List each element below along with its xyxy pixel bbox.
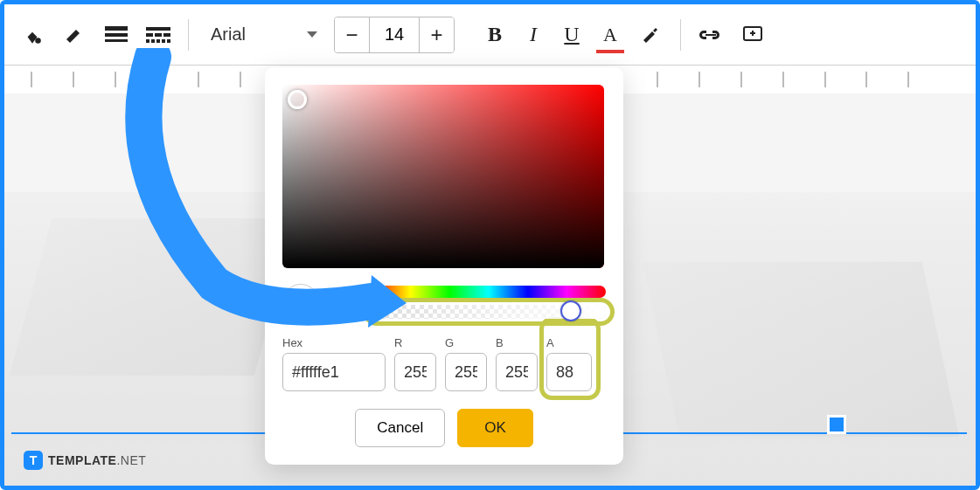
comment-icon[interactable]	[735, 17, 770, 52]
color-area-cursor[interactable]	[288, 90, 307, 109]
chevron-down-icon	[307, 31, 317, 38]
color-inputs-row: Hex R G B A	[282, 336, 606, 391]
g-input-group: G	[445, 336, 487, 391]
font-size-group: − 14 +	[334, 17, 455, 53]
alpha-input-wrap: A	[546, 336, 592, 391]
font-size-value[interactable]: 14	[370, 17, 419, 52]
current-color-swatch	[282, 284, 319, 321]
border-dash-icon[interactable]	[141, 17, 176, 52]
svg-rect-3	[105, 39, 128, 42]
slider-row	[282, 284, 606, 321]
svg-rect-1	[105, 26, 128, 31]
font-size-increase-button[interactable]: +	[419, 17, 454, 52]
hue-slider[interactable]	[372, 286, 606, 298]
svg-rect-9	[151, 39, 155, 43]
alpha-slider-wrap	[372, 305, 606, 319]
ok-button[interactable]: OK	[457, 409, 533, 447]
alpha-thumb[interactable]	[560, 300, 581, 321]
a-input[interactable]	[546, 353, 592, 391]
button-row: Cancel OK	[282, 409, 606, 447]
svg-rect-10	[156, 39, 160, 43]
g-input[interactable]	[445, 353, 487, 391]
separator	[680, 19, 681, 51]
app-frame: Arial − 14 + B I U A	[0, 0, 980, 490]
r-input[interactable]	[394, 353, 436, 391]
fill-color-icon[interactable]	[15, 17, 50, 52]
g-label: G	[445, 336, 487, 349]
svg-rect-12	[167, 39, 170, 43]
format-pen-icon[interactable]	[633, 17, 668, 52]
underline-button[interactable]: U	[556, 19, 587, 51]
svg-rect-8	[146, 39, 149, 43]
a-label: A	[546, 336, 592, 349]
svg-rect-11	[162, 39, 165, 43]
font-size-decrease-button[interactable]: −	[335, 17, 370, 52]
hex-label: Hex	[282, 336, 386, 349]
r-input-group: R	[394, 336, 436, 391]
cancel-button[interactable]: Cancel	[355, 409, 445, 447]
bold-button[interactable]: B	[479, 19, 511, 51]
watermark: T TEMPLATE.NET	[24, 451, 146, 470]
watermark-icon: T	[24, 451, 43, 470]
font-name-label: Arial	[211, 24, 246, 45]
a-input-group: A	[546, 336, 592, 391]
color-saturation-area[interactable]	[282, 85, 604, 268]
hex-input-group: Hex	[282, 336, 386, 391]
highlighter-icon[interactable]	[57, 17, 92, 52]
svg-rect-5	[146, 33, 153, 37]
svg-rect-7	[163, 33, 170, 37]
r-label: R	[394, 336, 436, 349]
link-icon[interactable]	[693, 17, 728, 52]
svg-rect-4	[146, 27, 170, 31]
svg-rect-6	[155, 33, 162, 37]
border-style-icon[interactable]	[99, 17, 134, 52]
watermark-text: TEMPLATE.NET	[48, 453, 146, 467]
svg-point-0	[35, 38, 41, 44]
eyedropper-button[interactable]	[331, 288, 359, 316]
hex-input[interactable]	[282, 353, 386, 391]
alpha-slider[interactable]	[372, 305, 606, 319]
italic-button[interactable]: I	[518, 19, 549, 51]
toolbar: Arial − 14 + B I U A	[4, 4, 976, 66]
font-color-button[interactable]: A	[594, 19, 626, 51]
font-family-select[interactable]: Arial	[201, 18, 327, 51]
svg-rect-2	[105, 33, 128, 37]
separator	[188, 19, 189, 51]
selection-handle[interactable]	[827, 415, 846, 434]
b-label: B	[496, 336, 538, 349]
b-input[interactable]	[496, 353, 538, 391]
b-input-group: B	[496, 336, 538, 391]
color-picker-popover: Hex R G B A C	[265, 67, 623, 465]
